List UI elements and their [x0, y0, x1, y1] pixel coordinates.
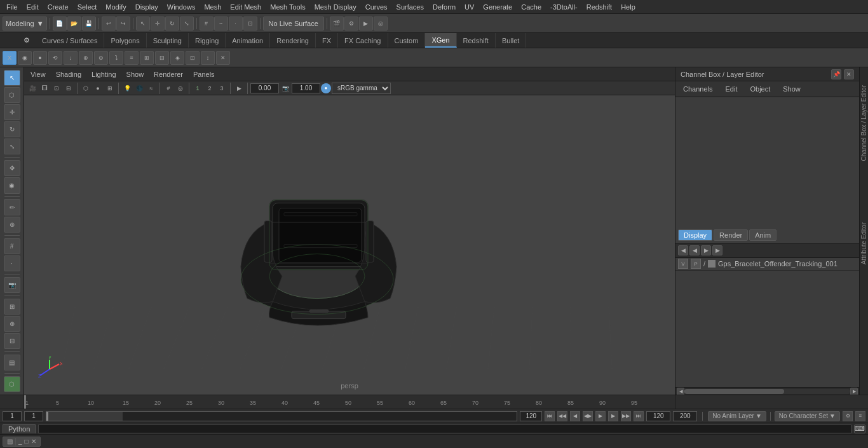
menu-deform[interactable]: Deform	[429, 2, 459, 12]
cb-tab-show[interactable]: Show	[780, 84, 803, 94]
vp-film-gate[interactable]: 🎞	[39, 83, 50, 94]
snap-grid-btn[interactable]: #	[200, 17, 214, 31]
ws-tab-redshift[interactable]: Redshift	[457, 33, 496, 48]
cb-tab-edit[interactable]: Edit	[722, 84, 740, 94]
current-frame-input[interactable]	[3, 411, 22, 421]
scale-tool-btn[interactable]: ⤡	[180, 17, 194, 31]
vp-color-profile-icon[interactable]: ●	[321, 83, 331, 93]
taskbar-minimize-btn[interactable]: _	[18, 438, 22, 445]
ws-tab-sculpting[interactable]: Sculpting	[147, 33, 189, 48]
menu-help[interactable]: Help	[617, 2, 639, 12]
xgen-icon12[interactable]: ◈	[170, 51, 184, 65]
ws-tab-polygons[interactable]: Polygons	[104, 33, 146, 48]
xgen-icon15[interactable]: ✕	[216, 51, 230, 65]
panel-pin-btn[interactable]: 📌	[831, 69, 841, 79]
layer-arrow-left-btn[interactable]: ◀	[678, 245, 688, 255]
ipr-render-btn[interactable]: ▶	[359, 17, 373, 31]
render-btn[interactable]: 🎬	[330, 17, 344, 31]
vp-fog[interactable]: ≈	[146, 83, 157, 94]
menu-3dtall[interactable]: -3DtoAll-	[546, 2, 581, 12]
vp-playback[interactable]: ▶	[233, 83, 245, 94]
new-scene-btn[interactable]: 📄	[53, 17, 67, 31]
vtab-channel-box[interactable]: Channel Box / Layer Editor	[859, 80, 868, 166]
cb-tab-object[interactable]: Object	[747, 84, 773, 94]
anim-rewind-btn[interactable]: ⏮	[545, 411, 555, 421]
script-kbd-btn[interactable]: ⌨	[854, 424, 865, 433]
xgen-icon3[interactable]: ●	[33, 51, 47, 65]
frame-input2[interactable]	[24, 411, 43, 421]
scroll-right-btn[interactable]: ▶	[850, 388, 858, 395]
anim-next-key-btn[interactable]: ▶▶	[621, 411, 631, 421]
xgen-icon6[interactable]: ⊕	[79, 51, 93, 65]
redo-btn[interactable]: ↪	[116, 17, 130, 31]
vp-quality-3[interactable]: 3	[216, 83, 227, 94]
sidebar-misc1[interactable]: ⊞	[4, 299, 20, 315]
dt-tab-anim[interactable]: Anim	[749, 229, 776, 241]
render-settings-btn[interactable]: ⚙	[344, 17, 358, 31]
sidebar-misc4[interactable]: ▤	[4, 355, 20, 370]
lasso-select-tool[interactable]: ⬡	[4, 87, 20, 103]
menu-modify[interactable]: Modify	[102, 2, 130, 12]
taskbar-box-btn[interactable]: □	[25, 438, 29, 445]
scroll-left-btn[interactable]: ◀	[677, 388, 684, 395]
layer-color-swatch[interactable]	[708, 260, 715, 268]
anim-step-fwd-btn[interactable]: ▶	[608, 411, 618, 421]
ws-tab-bullet[interactable]: Bullet	[496, 33, 527, 48]
menu-edit-mesh[interactable]: Edit Mesh	[226, 2, 265, 12]
menu-display[interactable]: Display	[132, 2, 162, 12]
scroll-track[interactable]	[684, 389, 850, 394]
save-scene-btn[interactable]: 💾	[82, 17, 96, 31]
vp-quality-1[interactable]: 1	[192, 83, 203, 94]
layer-row[interactable]: V P / Gps_Bracelet_Offender_Tracking_001	[675, 258, 859, 271]
range-end-input[interactable]	[520, 411, 542, 421]
layer-arrow-left2-btn[interactable]: ◀	[689, 245, 700, 255]
anim-play-btn[interactable]: ▶	[595, 411, 606, 421]
vp-lighting-mode[interactable]: 💡	[121, 83, 133, 94]
anim-extra-btn[interactable]: ≡	[855, 411, 865, 421]
ws-tab-rigging[interactable]: Rigging	[189, 33, 226, 48]
scale-tool[interactable]: ⤡	[4, 139, 20, 154]
anim-play-back-btn[interactable]: ◀▶	[583, 411, 593, 421]
vp-safe-action[interactable]: ⊡	[51, 83, 62, 94]
viewport-menu-view[interactable]: View	[28, 69, 48, 79]
panel-close-btn[interactable]: ✕	[844, 69, 854, 79]
dt-tab-render[interactable]: Render	[714, 229, 748, 241]
xgen-icon10[interactable]: ⊞	[140, 51, 154, 65]
ws-tab-xgen[interactable]: XGen	[425, 33, 456, 48]
menu-cache[interactable]: Cache	[517, 2, 545, 12]
vp-shadow[interactable]: 🌑	[133, 83, 145, 94]
anim-step-back-btn[interactable]: ◀	[570, 411, 580, 421]
workspace-settings-btn[interactable]: ⚙	[18, 36, 36, 44]
dt-tab-display[interactable]: Display	[678, 229, 712, 241]
rotate-tool-btn[interactable]: ↻	[165, 17, 179, 31]
open-scene-btn[interactable]: 📂	[67, 17, 81, 31]
xgen-icon11[interactable]: ⊟	[155, 51, 169, 65]
snap-grid-lt[interactable]: #	[4, 238, 20, 254]
show-manipulator-tool[interactable]: ✥	[4, 160, 20, 176]
ws-tab-animation[interactable]: Animation	[226, 33, 270, 48]
xgen-icon5[interactable]: ↓	[64, 51, 78, 65]
layer-arrow-right-btn[interactable]: ▶	[701, 245, 711, 255]
sidebar-misc3[interactable]: ⊟	[4, 333, 20, 349]
anim-end-btn[interactable]: ⏭	[634, 411, 644, 421]
xgen-icon13[interactable]: ⊡	[186, 51, 200, 65]
menu-mesh-display[interactable]: Mesh Display	[311, 2, 360, 12]
xgen-icon7[interactable]: ⊖	[94, 51, 108, 65]
xgen-icon1[interactable]: X	[3, 51, 17, 65]
sidebar-misc5[interactable]: ⬡	[4, 376, 20, 392]
menu-uv[interactable]: UV	[461, 2, 478, 12]
camera-tool[interactable]: 📷	[4, 277, 20, 293]
vp-smooth-shade[interactable]: ●	[92, 83, 104, 94]
timeline-ruler[interactable]: 1 5 10 15 20 25 30 35 40 45 50 55 60 65 …	[24, 395, 675, 409]
paint-tool[interactable]: ✏	[4, 199, 20, 215]
move-tool-btn[interactable]: ✛	[151, 17, 165, 31]
character-set-dropdown[interactable]: No Character Set ▼	[775, 411, 840, 421]
vp-camera-transform-input[interactable]	[250, 83, 279, 93]
viewport-menu-shading[interactable]: Shading	[53, 69, 84, 79]
sidebar-misc2[interactable]: ⊕	[4, 316, 20, 332]
anim-prev-key-btn[interactable]: ◀◀	[557, 411, 567, 421]
vp-hud[interactable]: ◎	[175, 83, 186, 94]
ws-tab-curves-surfaces[interactable]: Curves / Surfaces	[36, 33, 104, 48]
menu-edit[interactable]: Edit	[23, 2, 43, 12]
python-input-area[interactable]	[38, 424, 851, 433]
